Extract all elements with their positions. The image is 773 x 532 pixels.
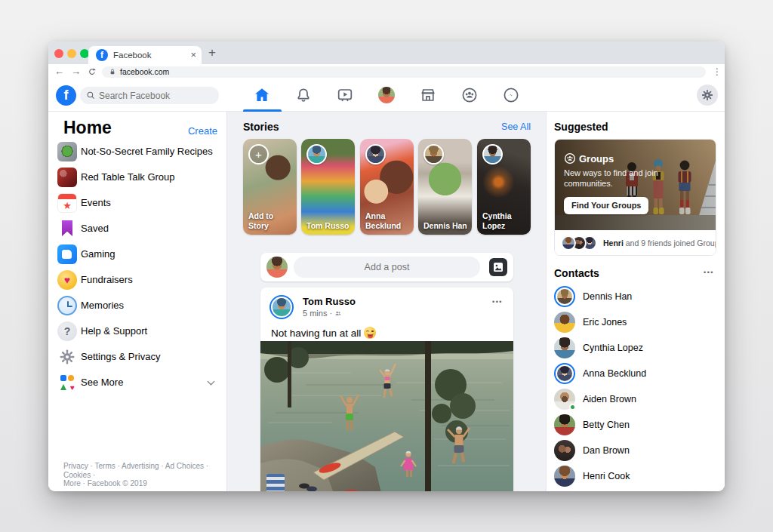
sidebar-item-recipes[interactable]: Not-So-Secret Family Recipes — [48, 139, 227, 165]
groups-card-description: New ways to find and join communities. — [564, 168, 658, 189]
profile-avatar[interactable] — [378, 87, 395, 103]
post-author-name[interactable]: Tom Russo — [303, 296, 356, 307]
notifications-bell-icon[interactable] — [294, 86, 313, 104]
sidebar-item-memories[interactable]: Memories — [48, 293, 227, 318]
chevron-down-icon[interactable] — [208, 378, 215, 386]
sidebar-item-fundraisers[interactable]: ♥ Fundraisers — [48, 267, 227, 293]
create-link[interactable]: Create — [188, 125, 217, 137]
search-bar[interactable] — [80, 87, 219, 104]
story-card[interactable]: Cynthia Lopez — [477, 139, 531, 235]
gaming-icon — [57, 244, 77, 264]
story-card[interactable]: Anna Becklund — [360, 139, 414, 235]
sidebar-item-see-more[interactable]: ♥ See More — [48, 370, 227, 395]
post-author-avatar[interactable] — [269, 295, 294, 319]
reload-icon[interactable] — [88, 67, 97, 76]
post-photo[interactable] — [260, 341, 513, 491]
close-tab-icon[interactable]: × — [190, 46, 196, 64]
gear-icon — [701, 88, 714, 102]
sidebar-item-label: Settings & Privacy — [81, 344, 161, 370]
page: { "colors": { "facebook_blue": "#1877f2"… — [0, 0, 773, 532]
friend-avatar — [561, 235, 576, 251]
contacts-menu-icon[interactable]: ••• — [704, 269, 714, 276]
new-tab-button[interactable]: + — [208, 42, 216, 64]
marketplace-icon[interactable] — [419, 86, 437, 104]
add-story-plus-icon[interactable]: + — [248, 144, 269, 165]
contact-row[interactable]: Eric Jones — [547, 309, 725, 335]
post-text: Not having fun at all — [271, 327, 376, 339]
story-card-add[interactable]: + Add to Story — [243, 139, 297, 235]
story-card[interactable]: Dennis Han — [418, 139, 472, 235]
sidebar-item-red-table-talk[interactable]: Red Table Talk Group — [48, 165, 227, 190]
see-more-shapes-icon: ♥ — [57, 373, 77, 392]
active-tab-underline — [243, 109, 282, 112]
address-bar[interactable]: facebook.com — [102, 66, 706, 78]
contact-row[interactable]: Betty Chen — [547, 412, 725, 438]
photo-icon — [491, 260, 505, 274]
sidebar-item-label: Memories — [81, 293, 124, 318]
contact-avatar — [554, 312, 575, 333]
watch-video-icon[interactable] — [336, 86, 354, 104]
contact-name: Eric Jones — [583, 309, 627, 335]
news-feed: Stories See All + Add to Story Tom Russo… — [227, 112, 546, 491]
browser-menu-icon[interactable]: ⋮ — [713, 64, 722, 79]
saved-bookmark-icon — [57, 219, 77, 238]
post-menu-icon[interactable]: ••• — [492, 298, 503, 306]
right-sidebar: Suggested Groups — [546, 112, 725, 491]
tongue-out-emoji — [364, 327, 376, 339]
settings-gear-button[interactable] — [697, 85, 718, 106]
contact-row[interactable]: Anna Becklund — [547, 361, 725, 386]
sidebar-item-saved[interactable]: Saved — [48, 216, 227, 241]
contact-row[interactable]: Aiden Brown — [547, 386, 725, 412]
add-photo-button[interactable] — [489, 258, 507, 276]
home-tab-icon[interactable] — [253, 86, 271, 104]
contact-name: Henri Cook — [583, 463, 630, 489]
fundraisers-heart-icon: ♥ — [57, 270, 77, 290]
search-input[interactable] — [99, 87, 212, 104]
contact-row[interactable]: Cynthia Lopez — [547, 335, 725, 361]
messenger-icon[interactable] — [502, 86, 520, 104]
tab-title: Facebook — [113, 46, 152, 64]
memories-clock-icon — [57, 296, 77, 315]
sidebar-item-help[interactable]: ? Help & Support — [48, 318, 227, 344]
find-your-groups-button[interactable]: Find Your Groups — [564, 197, 648, 214]
social-proof-text: and 9 friends joined Groups — [624, 238, 716, 248]
facebook-logo[interactable]: f — [56, 85, 76, 106]
story-label: Anna Becklund — [365, 211, 411, 230]
contact-avatar-story-ring — [554, 363, 575, 384]
composer-avatar[interactable] — [266, 257, 288, 278]
contact-name: Aiden Brown — [583, 386, 636, 412]
groups-suggestion-card[interactable]: Groups New ways to find and join communi… — [554, 139, 716, 256]
groups-icon[interactable] — [460, 86, 479, 104]
back-icon[interactable]: ← — [54, 64, 64, 79]
recipes-thumbnail-icon — [57, 142, 77, 161]
story-avatar — [365, 144, 386, 165]
sidebar-item-label: Saved — [81, 216, 109, 241]
story-card[interactable]: Tom Russo — [301, 139, 355, 235]
see-all-link[interactable]: See All — [501, 121, 531, 132]
events-calendar-icon: ★ — [57, 193, 77, 213]
contact-row[interactable]: Dennis Han — [547, 284, 725, 309]
footer-line[interactable]: More · Facebook © 2019 — [63, 479, 218, 488]
sidebar-item-label: Red Table Talk Group — [81, 165, 175, 190]
browser-tab[interactable]: f Facebook × — [88, 46, 202, 64]
minimize-window-button[interactable] — [67, 49, 76, 58]
contact-row[interactable]: Dan Brown — [547, 438, 725, 463]
groups-social-proof: Henri and 9 friends joined Groups — [555, 230, 716, 256]
footer-line[interactable]: Privacy · Terms · Advertising · Ad Choic… — [63, 462, 218, 479]
add-post-input[interactable] — [294, 257, 480, 278]
group-thumbnail-icon — [57, 168, 77, 187]
sidebar-item-events[interactable]: ★ Events — [48, 190, 227, 216]
contact-name: Dan Brown — [583, 438, 630, 463]
contact-name: Betty Chen — [583, 412, 630, 438]
sidebar-item-label: Fundraisers — [81, 267, 133, 293]
forward-icon[interactable]: → — [71, 64, 81, 79]
sidebar-item-gaming[interactable]: Gaming — [48, 241, 227, 267]
audience-friends-icon — [334, 310, 342, 317]
legal-footer: Privacy · Terms · Advertising · Ad Choic… — [63, 462, 218, 488]
sidebar-item-settings[interactable]: Settings & Privacy — [48, 344, 227, 370]
close-window-button[interactable] — [54, 49, 63, 58]
search-icon — [86, 91, 96, 100]
contact-avatar — [554, 440, 575, 461]
left-sidebar: Home Create Not-So-Secret Family Recipes… — [48, 112, 227, 491]
contact-row[interactable]: Henri Cook — [547, 463, 725, 489]
